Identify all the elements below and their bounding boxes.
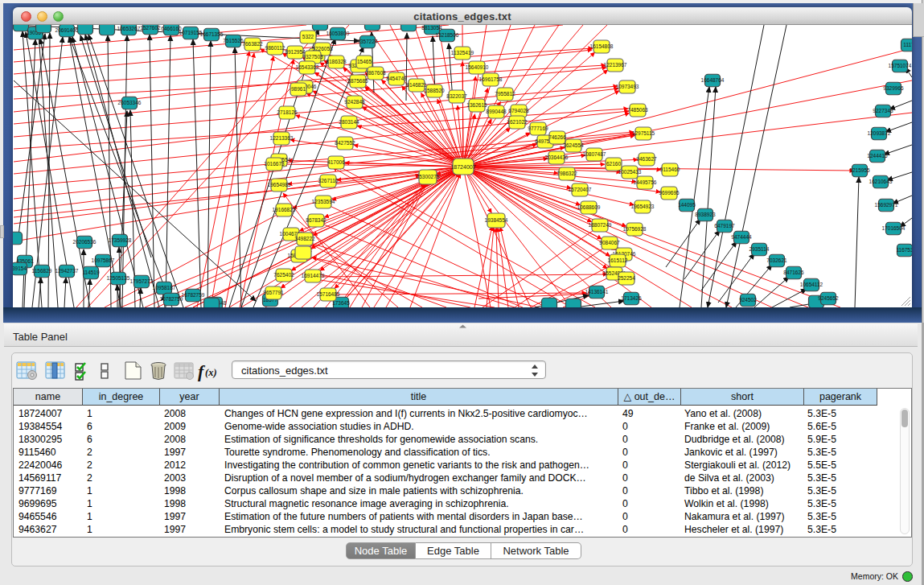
svg-text:15716485: 15716485 xyxy=(317,291,340,297)
svg-text:15218506: 15218506 xyxy=(436,32,459,38)
svg-text:9146821: 9146821 xyxy=(406,82,427,88)
svg-text:20364436: 20364436 xyxy=(545,154,569,160)
svg-text:9242848: 9242848 xyxy=(344,99,365,105)
svg-text:12213363: 12213363 xyxy=(270,135,294,141)
svg-text:7663822: 7663822 xyxy=(242,41,263,47)
svg-text:16053809: 16053809 xyxy=(326,31,350,36)
svg-text:10688609: 10688609 xyxy=(577,204,601,210)
svg-text:1016673: 1016673 xyxy=(264,161,285,167)
svg-text:9657791: 9657791 xyxy=(263,290,284,295)
svg-text:7485063: 7485063 xyxy=(627,107,648,113)
svg-text:9699695: 9699695 xyxy=(659,190,680,196)
svg-text:9777169: 9777169 xyxy=(528,126,548,131)
svg-text:12975115: 12975115 xyxy=(632,130,655,136)
svg-text:20691406: 20691406 xyxy=(55,27,79,33)
svg-text:8186328: 8186328 xyxy=(326,59,347,64)
svg-text:18724007: 18724007 xyxy=(450,164,475,170)
svg-text:16543362: 16543362 xyxy=(296,64,319,70)
svg-text:16914479: 16914479 xyxy=(302,273,325,278)
svg-text:16648764: 16648764 xyxy=(701,77,725,83)
svg-text:19654985: 19654985 xyxy=(268,182,291,187)
svg-text:1527602: 1527602 xyxy=(140,25,161,31)
svg-text:12213967: 12213967 xyxy=(604,62,627,68)
svg-text:9084067: 9084067 xyxy=(599,240,620,245)
svg-text:7986322: 7986322 xyxy=(556,171,577,176)
svg-text:144095: 144095 xyxy=(678,202,696,208)
svg-text:98961: 98961 xyxy=(291,86,306,92)
svg-text:7357224: 7357224 xyxy=(357,39,378,44)
svg-text:3875685: 3875685 xyxy=(347,78,368,84)
svg-text:9327503: 9327503 xyxy=(302,54,323,60)
svg-text:9860112: 9860112 xyxy=(265,45,285,51)
svg-text:10654112: 10654112 xyxy=(800,282,823,287)
svg-text:12353594: 12353594 xyxy=(312,199,335,204)
svg-text:15465: 15465 xyxy=(357,59,372,64)
svg-text:1621022: 1621022 xyxy=(507,119,528,125)
svg-text:3498222: 3498222 xyxy=(294,236,315,241)
svg-text:2935114: 2935114 xyxy=(749,246,770,252)
svg-text:9329966: 9329966 xyxy=(883,85,904,91)
svg-text:12942737: 12942737 xyxy=(55,268,79,274)
svg-text:417006: 417006 xyxy=(327,159,345,165)
svg-text:6794028: 6794028 xyxy=(508,108,529,113)
svg-text:5322: 5322 xyxy=(302,34,314,39)
svg-text:1615112: 1615112 xyxy=(608,257,628,263)
svg-text:39154: 39154 xyxy=(13,266,27,271)
svg-text:9474444: 9474444 xyxy=(731,234,752,240)
svg-text:14495756: 14495756 xyxy=(634,179,657,185)
svg-text:1588520: 1588520 xyxy=(424,88,445,93)
svg-text:9463627: 9463627 xyxy=(636,156,657,162)
svg-text:3267110: 3267110 xyxy=(318,178,339,183)
svg-text:9115460: 9115460 xyxy=(660,167,680,172)
svg-text:746266: 746266 xyxy=(548,134,566,140)
svg-text:15692971: 15692971 xyxy=(875,202,898,208)
svg-text:16671355: 16671355 xyxy=(200,31,224,37)
svg-text:1362615: 1362615 xyxy=(466,102,487,108)
svg-text:1156829: 1156829 xyxy=(32,268,52,274)
svg-text:10719155: 10719155 xyxy=(179,30,203,35)
svg-text:9245652: 9245652 xyxy=(818,295,839,301)
svg-text:19756928: 19756928 xyxy=(623,226,647,232)
svg-text:8322037: 8322037 xyxy=(446,93,467,99)
svg-text:17016504: 17016504 xyxy=(882,225,906,231)
svg-text:14136141: 14136141 xyxy=(585,289,609,295)
svg-text:116753: 116753 xyxy=(896,247,912,253)
svg-text:2867608: 2867608 xyxy=(365,70,386,76)
svg-text:10782759: 10782759 xyxy=(160,296,183,302)
svg-text:9215955: 9215955 xyxy=(849,167,870,173)
svg-text:(x): (x) xyxy=(205,367,217,378)
svg-text:11325419: 11325419 xyxy=(451,50,474,56)
svg-text:17359928: 17359928 xyxy=(109,237,132,243)
svg-text:16210643: 16210643 xyxy=(869,179,893,184)
svg-text:10958187: 10958187 xyxy=(153,285,176,290)
svg-text:8471626: 8471626 xyxy=(783,270,804,275)
svg-text:16782759: 16782759 xyxy=(182,292,205,298)
svg-text:15640910: 15640910 xyxy=(466,64,489,70)
svg-text:10025433: 10025433 xyxy=(618,169,642,175)
svg-text:3624554: 3624554 xyxy=(563,142,584,148)
svg-text:26053346: 26053346 xyxy=(118,100,142,105)
svg-text:8454749: 8454749 xyxy=(386,76,407,81)
svg-text:8990448: 8990448 xyxy=(486,109,507,114)
svg-text:12093872: 12093872 xyxy=(868,130,891,136)
svg-text:924502: 924502 xyxy=(739,297,757,303)
svg-text:6479197: 6479197 xyxy=(714,223,735,229)
svg-text:2718126: 2718126 xyxy=(277,109,298,115)
svg-text:10807487: 10807487 xyxy=(583,151,606,157)
svg-text:20206536: 20206536 xyxy=(73,239,97,245)
svg-text:114519: 114519 xyxy=(82,270,100,275)
svg-text:19384554: 19384554 xyxy=(485,217,508,223)
svg-text:17957273: 17957273 xyxy=(130,278,154,284)
svg-text:7515526: 7515526 xyxy=(223,38,244,43)
svg-text:8813054: 8813054 xyxy=(421,25,442,31)
svg-text:12505135: 12505135 xyxy=(107,275,130,281)
svg-text:9227343: 9227343 xyxy=(873,108,893,113)
svg-text:2803144: 2803144 xyxy=(339,119,359,125)
svg-text:16154808: 16154808 xyxy=(590,43,614,49)
svg-text:8678342: 8678342 xyxy=(306,217,326,223)
svg-text:19166825: 19166825 xyxy=(273,207,296,212)
svg-text:10973493: 10973493 xyxy=(616,84,639,89)
svg-text:7032621: 7032621 xyxy=(766,257,787,263)
svg-text:16961758: 16961758 xyxy=(479,76,503,82)
svg-text:7625402: 7625402 xyxy=(273,272,294,278)
